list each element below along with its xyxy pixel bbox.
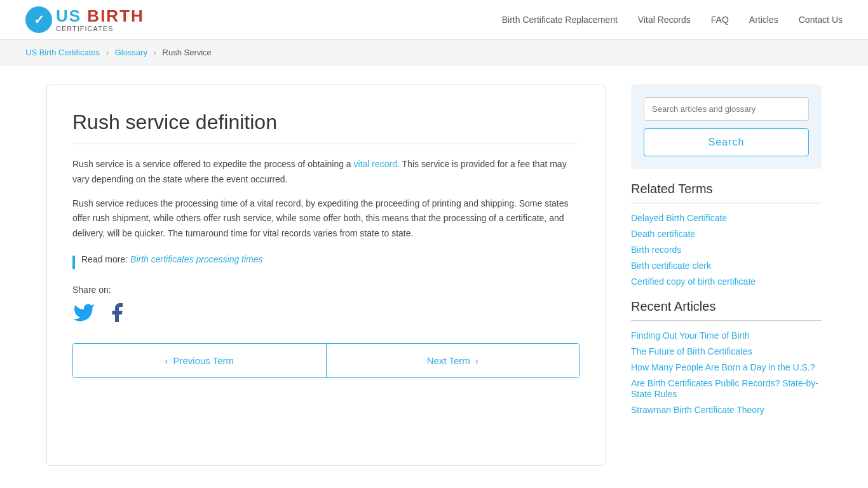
list-item: Are Birth Certificates Public Records? S…	[631, 377, 822, 399]
blue-bar	[72, 255, 75, 269]
list-item: Death certificate	[631, 228, 822, 239]
article-public-records[interactable]: Are Birth Certificates Public Records? S…	[631, 378, 818, 399]
sidebar-search-card: Search	[631, 85, 822, 169]
term-navigation: ‹ Previous Term Next Term ›	[72, 343, 580, 378]
list-item: Certified copy of birth certificate	[631, 276, 822, 287]
recent-articles-list: Finding Out Your Time of Birth The Futur…	[631, 330, 822, 415]
list-item: The Future of Birth Certificates	[631, 346, 822, 356]
breadcrumb-glossary[interactable]: Glossary	[115, 48, 147, 57]
search-button[interactable]: Search	[644, 128, 809, 156]
article-strawman-theory[interactable]: Strawman Birth Certificate Theory	[631, 405, 764, 415]
list-item: Finding Out Your Time of Birth	[631, 330, 822, 341]
share-section: Share on:	[72, 285, 580, 324]
logo-text: US BIRTH Certificates	[56, 7, 144, 33]
content-card: Rush service definition Rush service is …	[46, 85, 606, 466]
twitter-icon[interactable]	[72, 301, 95, 324]
list-item: Strawman Birth Certificate Theory	[631, 404, 822, 415]
article-finding-out-time-of-birth[interactable]: Finding Out Your Time of Birth	[631, 330, 750, 341]
read-more-block: Read more: Birth certificates processing…	[72, 254, 580, 269]
nav-vital-records[interactable]: Vital Records	[638, 15, 691, 25]
nav-birth-certificate-replacement[interactable]: Birth Certificate Replacement	[502, 15, 618, 25]
recent-articles-section: Recent Articles Finding Out Your Time of…	[631, 299, 822, 415]
list-item: Delayed Birth Certificate	[631, 212, 822, 223]
paragraph-2: Rush service reduces the processing time…	[72, 196, 580, 241]
read-more-text: Read more: Birth certificates processing…	[81, 254, 263, 264]
breadcrumb-home[interactable]: US Birth Certificates	[25, 48, 100, 57]
breadcrumb: US Birth Certificates › Glossary › Rush …	[0, 40, 868, 65]
logo[interactable]: ✓ US BIRTH Certificates	[25, 6, 144, 33]
share-icons	[72, 301, 580, 324]
facebook-icon[interactable]	[105, 301, 128, 324]
site-header: ✓ US BIRTH Certificates Birth Certificat…	[0, 0, 868, 40]
article-born-a-day[interactable]: How Many People Are Born a Day in the U.…	[631, 362, 815, 372]
sidebar: Search Related Terms Delayed Birth Certi…	[631, 85, 822, 428]
prev-chevron: ‹	[165, 355, 168, 366]
logo-birth-text: Certificates	[56, 25, 144, 32]
nav-contact-us[interactable]: Contact Us	[799, 15, 843, 25]
breadcrumb-sep-1: ›	[106, 48, 109, 57]
read-more-link[interactable]: Birth certificates processing times	[130, 254, 263, 264]
breadcrumb-current: Rush Service	[163, 48, 212, 57]
page-title: Rush service definition	[72, 111, 580, 144]
share-label: Share on:	[72, 285, 580, 295]
nav-faq[interactable]: FAQ	[711, 15, 729, 25]
article-future-of-birth-certificates[interactable]: The Future of Birth Certificates	[631, 346, 752, 356]
search-input[interactable]	[644, 97, 809, 121]
vital-record-link[interactable]: vital record	[354, 159, 397, 169]
related-term-delayed-birth-certificate[interactable]: Delayed Birth Certificate	[631, 213, 727, 223]
list-item: Birth certificate clerk	[631, 260, 822, 271]
next-chevron: ›	[475, 355, 478, 366]
read-more-label: Read more:	[81, 254, 128, 264]
related-term-death-certificate[interactable]: Death certificate	[631, 229, 695, 239]
related-term-birth-records[interactable]: Birth records	[631, 245, 681, 255]
related-terms-title: Related Terms	[631, 182, 822, 203]
related-term-birth-certificate-clerk[interactable]: Birth certificate clerk	[631, 261, 711, 271]
page-wrapper: Rush service definition Rush service is …	[21, 65, 847, 485]
main-nav: Birth Certificate Replacement Vital Reco…	[502, 15, 843, 25]
content-body: Rush service is a service offered to exp…	[72, 157, 580, 241]
paragraph-1: Rush service is a service offered to exp…	[72, 157, 580, 187]
recent-articles-title: Recent Articles	[631, 299, 822, 321]
next-term-label: Next Term	[427, 355, 470, 366]
logo-icon: ✓	[25, 6, 52, 33]
related-terms-section: Related Terms Delayed Birth Certificate …	[631, 182, 822, 287]
next-term-button[interactable]: Next Term ›	[327, 344, 580, 377]
related-term-certified-copy[interactable]: Certified copy of birth certificate	[631, 276, 756, 287]
previous-term-label: Previous Term	[173, 355, 234, 366]
previous-term-button[interactable]: ‹ Previous Term	[73, 344, 327, 377]
logo-us-text: US BIRTH	[56, 7, 144, 25]
list-item: Birth records	[631, 244, 822, 255]
related-terms-list: Delayed Birth Certificate Death certific…	[631, 212, 822, 287]
breadcrumb-sep-2: ›	[154, 48, 156, 57]
list-item: How Many People Are Born a Day in the U.…	[631, 362, 822, 372]
nav-articles[interactable]: Articles	[749, 15, 778, 25]
